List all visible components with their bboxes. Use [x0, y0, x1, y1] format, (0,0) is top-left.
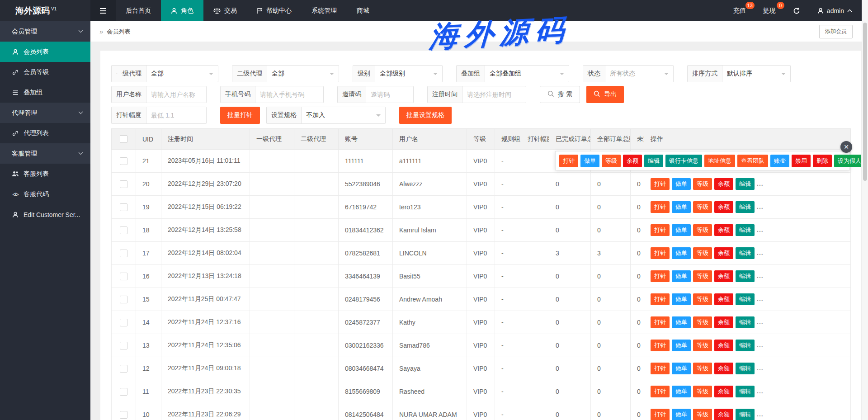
row-action-button[interactable]: 等级 — [693, 386, 712, 397]
row-checkbox[interactable] — [120, 250, 127, 257]
level-select[interactable]: 全部级别 — [375, 66, 442, 82]
row-action-button[interactable]: 打针 — [651, 340, 670, 351]
sidebar-item-edit-customer-service[interactable]: Edit Customer Ser... — [0, 204, 90, 225]
popup-action-button[interactable]: 等级 — [602, 155, 621, 167]
row-action-button[interactable]: 等级 — [693, 270, 712, 282]
row-action-button[interactable]: 编辑 — [736, 201, 755, 213]
popup-action-button[interactable]: 银行卡信息 — [665, 155, 702, 167]
select-all-checkbox[interactable] — [120, 135, 127, 143]
row-action-button[interactable]: 做单 — [672, 270, 691, 282]
status-select[interactable]: 所有状态 — [605, 66, 673, 82]
sidebar-group-agent-management[interactable]: 代理管理 — [0, 103, 90, 123]
row-action-button[interactable]: 等级 — [693, 340, 712, 351]
username-input[interactable] — [146, 86, 206, 103]
row-action-button[interactable]: 余额 — [714, 363, 733, 374]
row-action-button[interactable]: 等级 — [693, 363, 712, 374]
row-action-button[interactable]: 余额 — [714, 409, 733, 420]
phone-input[interactable] — [255, 86, 323, 103]
row-action-button[interactable]: 打针 — [651, 270, 670, 282]
row-action-button[interactable]: 打针 — [651, 386, 670, 397]
user-menu[interactable]: admin — [809, 0, 861, 21]
more-actions-button[interactable]: ... — [757, 387, 764, 395]
export-button[interactable]: 导出 — [586, 86, 624, 103]
popup-action-button[interactable]: 做单 — [580, 155, 599, 167]
row-checkbox[interactable] — [120, 203, 127, 211]
row-checkbox[interactable] — [120, 157, 127, 165]
row-action-button[interactable]: 编辑 — [736, 316, 755, 328]
row-action-button[interactable]: 等级 — [693, 247, 712, 259]
add-member-button[interactable]: 添加会员 — [819, 25, 853, 38]
sidebar-group-service-management[interactable]: 客服管理 — [0, 143, 90, 164]
row-action-button[interactable]: 打针 — [651, 224, 670, 236]
popup-action-button[interactable]: 打针 — [559, 155, 578, 167]
sidebar-item-agent-list[interactable]: 代理列表 — [0, 123, 90, 143]
sort-select[interactable]: 默认排序 — [722, 66, 790, 82]
row-action-button[interactable]: 等级 — [693, 201, 712, 213]
row-action-button[interactable]: 余额 — [714, 293, 733, 305]
more-actions-button[interactable]: ... — [757, 364, 764, 372]
row-action-button[interactable]: 余额 — [714, 224, 733, 236]
row-action-button[interactable]: 余额 — [714, 316, 733, 328]
row-action-button[interactable]: 打针 — [651, 178, 670, 190]
row-checkbox[interactable] — [120, 411, 127, 419]
sidebar-item-member-list[interactable]: 会员列表 — [0, 42, 90, 62]
row-action-button[interactable]: 做单 — [672, 340, 691, 351]
row-action-button[interactable]: 余额 — [714, 178, 733, 190]
vertical-scrollbar[interactable] — [862, 0, 868, 420]
row-checkbox[interactable] — [120, 296, 127, 303]
sidebar-item-stack-group[interactable]: 叠加组 — [0, 82, 90, 103]
amplitude-input[interactable] — [146, 107, 206, 123]
popup-action-button[interactable]: 禁用 — [792, 155, 811, 167]
batch-spec-button[interactable]: 批量设置规格 — [399, 107, 452, 124]
scrollbar-thumb[interactable] — [863, 23, 867, 181]
sidebar-item-service-list[interactable]: 客服列表 — [0, 164, 90, 184]
nav-item-help[interactable]: 帮助中心 — [247, 0, 302, 21]
nav-item-roles[interactable]: 角色 — [161, 0, 203, 21]
nav-item-dashboard[interactable]: 后台首页 — [116, 0, 161, 21]
more-actions-button[interactable]: ... — [757, 341, 764, 349]
batch-inject-button[interactable]: 批量打针 — [220, 107, 260, 124]
row-action-button[interactable]: 等级 — [693, 178, 712, 190]
popup-close-button[interactable]: ✕ — [840, 141, 852, 153]
row-action-button[interactable]: 做单 — [672, 293, 691, 305]
row-checkbox[interactable] — [120, 227, 127, 234]
popup-action-button[interactable]: 删除 — [813, 155, 832, 167]
reg-time-input[interactable] — [462, 86, 526, 103]
row-action-button[interactable]: 打针 — [651, 363, 670, 374]
row-action-button[interactable]: 做单 — [672, 316, 691, 328]
search-button[interactable]: 搜 索 — [540, 86, 580, 103]
row-action-button[interactable]: 打针 — [651, 409, 670, 420]
popup-action-button[interactable]: 查看团队 — [737, 155, 768, 167]
more-actions-button[interactable]: ... — [757, 249, 764, 256]
row-action-button[interactable]: 余额 — [714, 247, 733, 259]
row-action-button[interactable]: 做单 — [672, 363, 691, 374]
row-action-button[interactable]: 等级 — [693, 224, 712, 236]
row-action-button[interactable]: 编辑 — [736, 270, 755, 282]
row-action-button[interactable]: 编辑 — [736, 178, 755, 190]
more-actions-button[interactable]: ... — [757, 180, 764, 187]
row-action-button[interactable]: 做单 — [672, 386, 691, 397]
row-action-button[interactable]: 编辑 — [736, 247, 755, 259]
invite-code-input[interactable] — [366, 86, 413, 103]
row-action-button[interactable]: 打针 — [651, 201, 670, 213]
row-checkbox[interactable] — [120, 273, 127, 280]
row-action-button[interactable]: 做单 — [672, 224, 691, 236]
refresh-button[interactable] — [784, 0, 809, 21]
row-action-button[interactable]: 打针 — [651, 316, 670, 328]
row-action-button[interactable]: 打针 — [651, 293, 670, 305]
row-action-button[interactable]: 等级 — [693, 316, 712, 328]
sidebar-item-service-code[interactable]: </> 客服代码 — [0, 184, 90, 204]
row-checkbox[interactable] — [120, 388, 127, 396]
more-actions-button[interactable]: ... — [757, 226, 764, 233]
row-action-button[interactable]: 编辑 — [736, 363, 755, 374]
agent2-select[interactable]: 全部 — [267, 66, 339, 82]
more-actions-button[interactable]: ... — [757, 295, 764, 302]
row-checkbox[interactable] — [120, 365, 127, 373]
more-actions-button[interactable]: ... — [757, 318, 764, 326]
more-actions-button[interactable]: ... — [757, 411, 764, 418]
recharge-link[interactable]: 充值 13 — [725, 0, 755, 21]
row-action-button[interactable]: 编辑 — [736, 409, 755, 420]
row-action-button[interactable]: 编辑 — [736, 293, 755, 305]
menu-collapse-button[interactable] — [90, 0, 116, 21]
sidebar-item-member-level[interactable]: 会员等级 — [0, 62, 90, 82]
